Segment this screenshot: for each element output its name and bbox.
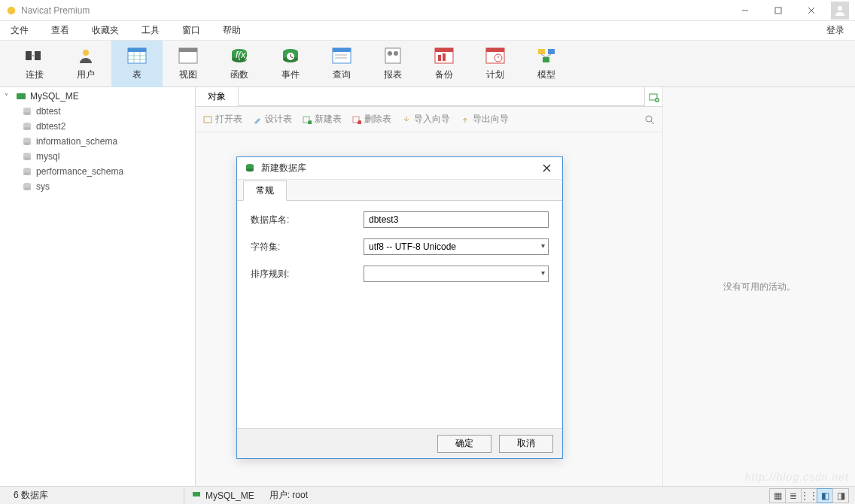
tool-model[interactable]: 模型 (521, 41, 572, 87)
svg-point-33 (388, 51, 392, 56)
tree-db-sys[interactable]: sys (0, 179, 195, 194)
tool-connect[interactable]: 连接 (9, 41, 60, 87)
database-icon (245, 162, 257, 175)
menu-window[interactable]: 窗口 (178, 23, 205, 38)
svg-rect-44 (548, 49, 555, 54)
svg-line-47 (546, 54, 551, 57)
tab-objects[interactable]: 对象 (196, 87, 239, 106)
tool-user[interactable]: 用户 (60, 41, 111, 87)
view-detail-icon[interactable]: ⋮⋮ (801, 488, 817, 503)
svg-point-60 (23, 157, 31, 160)
menu-tools[interactable]: 工具 (137, 23, 164, 38)
svg-point-63 (23, 172, 31, 175)
object-tab-row: 对象 (196, 87, 662, 107)
svg-rect-38 (443, 53, 446, 61)
tree-db-information-schema[interactable]: information_schema (0, 134, 195, 149)
menu-help[interactable]: 帮助 (218, 23, 245, 38)
label-charset: 字符集: (251, 241, 364, 254)
new-tab-icon[interactable] (644, 87, 662, 106)
svg-rect-11 (128, 48, 146, 52)
activity-panel: 没有可用的活动。 (662, 87, 855, 486)
window-title: Navicat Premium (21, 5, 729, 16)
svg-point-57 (23, 142, 31, 145)
objbtn-open[interactable]: 打开表 (203, 113, 242, 126)
dialog-cancel-button[interactable]: 取消 (499, 435, 553, 453)
menu-favorites[interactable]: 收藏夹 (87, 23, 123, 38)
user-avatar-icon[interactable] (831, 2, 849, 20)
view-split-right-icon[interactable]: ◨ (832, 488, 849, 503)
combo-charset-input[interactable] (369, 241, 543, 252)
status-db-count: 6 数据库 (6, 489, 56, 502)
menu-view[interactable]: 查看 (47, 23, 74, 38)
app-icon (6, 5, 17, 16)
svg-point-54 (23, 127, 31, 130)
svg-point-34 (394, 51, 398, 56)
tool-event[interactable]: 事件 (265, 41, 316, 87)
view-grid-icon[interactable]: ▦ (769, 488, 786, 503)
object-toolbar: 打开表 设计表 新建表 删除表 导入向导 导出向导 (196, 107, 662, 132)
connection-tree[interactable]: ˅ MySQL_ME dbtest dbtest2 information_sc… (0, 87, 196, 486)
dialog-tab-general[interactable]: 常规 (243, 181, 287, 201)
objbtn-export[interactable]: 导出向导 (461, 113, 509, 126)
objbtn-design[interactable]: 设计表 (253, 113, 292, 126)
svg-point-5 (838, 6, 842, 11)
status-user: 用户: root (262, 489, 315, 502)
database-icon (21, 120, 33, 132)
database-icon (21, 135, 33, 147)
tool-report[interactable]: 报表 (367, 41, 418, 87)
objbtn-new[interactable]: 新建表 (303, 113, 342, 126)
tree-db-mysql[interactable]: mysql (0, 149, 195, 164)
dialog-ok-button[interactable]: 确定 (437, 435, 491, 453)
svg-text:f(x): f(x) (236, 50, 248, 60)
svg-rect-37 (438, 55, 441, 61)
menubar: 文件 查看 收藏夹 工具 窗口 帮助 登录 (0, 21, 855, 41)
svg-rect-48 (17, 93, 26, 99)
maximize-button[interactable] (762, 0, 795, 21)
database-icon (21, 165, 33, 178)
tool-backup[interactable]: 备份 (418, 41, 470, 87)
main-toolbar: 连接 用户 表 视图 f(x)函数 事件 查询 报表 备份 计划 模型 (0, 41, 855, 87)
menu-login[interactable]: 登录 (822, 23, 849, 38)
objbtn-delete[interactable]: 删除表 (352, 113, 391, 126)
svg-rect-17 (179, 48, 197, 52)
tree-db-performance-schema[interactable]: performance_schema (0, 164, 195, 179)
tool-schedule[interactable]: 计划 (470, 41, 521, 87)
svg-rect-71 (204, 117, 211, 123)
view-mode-buttons: ▦ ≣ ⋮⋮ ◧ ◨ (770, 488, 849, 503)
close-button[interactable] (795, 0, 828, 21)
connection-icon (15, 90, 27, 102)
view-list-icon[interactable]: ≣ (785, 488, 802, 503)
input-db-name-wrapper (364, 211, 549, 228)
menu-file[interactable]: 文件 (6, 23, 33, 38)
svg-rect-6 (26, 51, 32, 60)
tree-root-connection[interactable]: ˅ MySQL_ME (0, 89, 195, 104)
tree-db-dbtest2[interactable]: dbtest2 (0, 119, 195, 134)
input-db-name[interactable] (369, 214, 543, 225)
database-icon (21, 181, 33, 193)
dialog-close-icon[interactable] (538, 160, 555, 177)
object-filter-input[interactable] (239, 87, 644, 106)
svg-line-77 (651, 121, 654, 124)
combo-collation[interactable]: ▾ (364, 266, 549, 282)
combo-charset[interactable]: ▾ (364, 238, 549, 255)
svg-line-46 (541, 54, 546, 57)
minimize-button[interactable] (729, 0, 762, 21)
window-titlebar: Navicat Premium (0, 0, 855, 21)
view-split-left-icon[interactable]: ◧ (817, 488, 833, 503)
svg-rect-78 (193, 492, 200, 496)
combo-collation-input[interactable] (369, 269, 543, 279)
objbtn-import[interactable]: 导入向导 (402, 113, 450, 126)
tool-table[interactable]: 表 (111, 41, 163, 87)
new-database-dialog: 新建数据库 常规 数据库名: 字符集: ▾ 排序规则: ▾ 确定 (236, 156, 563, 459)
chevron-down-icon[interactable]: ˅ (5, 93, 12, 101)
svg-point-73 (308, 120, 312, 124)
svg-rect-7 (35, 51, 41, 60)
svg-rect-45 (543, 57, 549, 62)
tool-view[interactable]: 视图 (163, 41, 214, 87)
svg-rect-32 (385, 48, 400, 63)
svg-point-51 (23, 112, 31, 115)
tool-function[interactable]: f(x)函数 (214, 41, 265, 87)
tree-db-dbtest[interactable]: dbtest (0, 104, 195, 119)
search-icon[interactable] (644, 114, 655, 125)
tool-query[interactable]: 查询 (316, 41, 367, 87)
